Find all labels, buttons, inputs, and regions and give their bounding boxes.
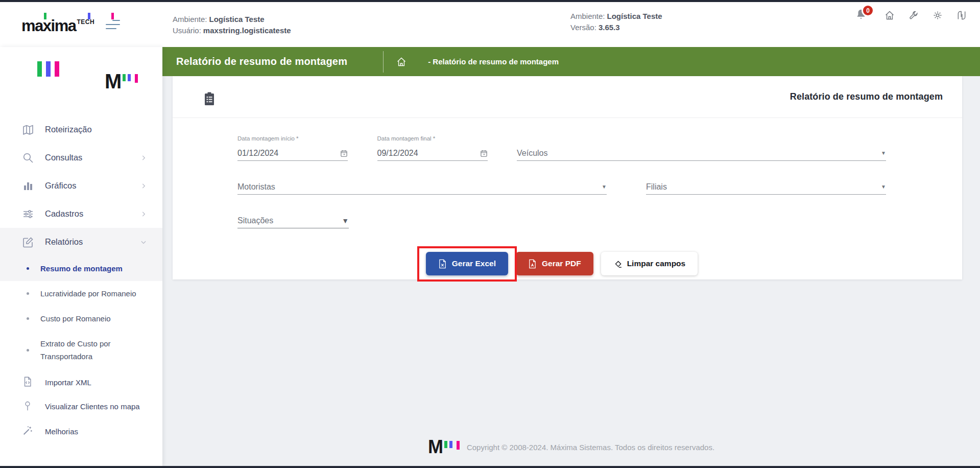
sidebar-item-label: Gráficos xyxy=(45,181,76,191)
search-icon xyxy=(22,152,34,164)
chevron-right-icon xyxy=(140,182,147,190)
bullet-icon xyxy=(27,292,29,295)
environment-version-info: Ambiente:Logística Teste Versão:3.65.3 xyxy=(570,12,662,32)
magic-wand-icon xyxy=(22,425,34,437)
sidebar-item-label: Cadastros xyxy=(45,209,83,219)
gerar-pdf-button[interactable]: Gerar PDF xyxy=(516,252,593,275)
usuario-label: Usuário: xyxy=(173,26,201,35)
topbar-icons: 0 xyxy=(855,8,967,22)
logo-text: maxima xyxy=(21,17,76,35)
sidebar-item-visualizar-clientes[interactable]: Visualizar Clientes no mapa xyxy=(0,395,162,418)
sidebar-nav: Roteirização Consultas Gráficos Cadastro… xyxy=(0,115,162,444)
logout-icon[interactable] xyxy=(957,10,967,20)
dropdown-arrow-icon[interactable]: ▼ xyxy=(881,184,886,190)
sliders-icon xyxy=(22,208,34,220)
edit-square-icon xyxy=(22,236,34,248)
filiais-placeholder[interactable]: Filiais xyxy=(646,182,881,192)
map-icon xyxy=(22,124,34,136)
sidebar-logo: M xyxy=(0,47,162,108)
dropdown-arrow-icon[interactable]: ▼ xyxy=(342,217,349,225)
date-end-field[interactable]: Data montagem final * 09/12/2024 xyxy=(377,135,488,161)
wrench-icon[interactable] xyxy=(909,10,919,20)
relatorios-group: Relatórios Resumo de montagem xyxy=(0,228,162,281)
dropdown-arrow-icon[interactable]: ▼ xyxy=(881,150,886,156)
veiculos-select[interactable]: Veículos ▼ xyxy=(517,135,886,161)
versao-label: Versão: xyxy=(570,23,596,32)
subitem-label: Lucratividade por Romaneio xyxy=(40,287,136,300)
situacoes-select[interactable]: Situações ▼ xyxy=(237,203,349,228)
breadcrumb-home-icon[interactable] xyxy=(396,57,407,67)
logo-area: maximaTECH xyxy=(0,14,162,35)
notification-badge: 0 xyxy=(862,4,874,17)
date-start-value[interactable]: 01/12/2024 xyxy=(237,149,340,158)
bullet-icon xyxy=(27,349,29,352)
bottom-edge-strip xyxy=(0,466,980,468)
gerar-excel-label: Gerar Excel xyxy=(452,259,496,268)
sidebar-item-melhorias[interactable]: Melhorias xyxy=(0,418,162,444)
subitem-label: Extrato de Custo por Transportadora xyxy=(40,337,142,363)
sidebar-item-importar-xml[interactable]: Importar XML xyxy=(0,369,162,395)
motoristas-placeholder[interactable]: Motoristas xyxy=(237,182,602,192)
sidebar-subitem-extrato-custo[interactable]: Extrato de Custo por Transportadora xyxy=(0,331,162,369)
bar-chart-icon xyxy=(22,180,34,192)
logo-bars-icon xyxy=(37,61,59,77)
sidebar-subitem-custo-romaneio[interactable]: Custo por Romaneio xyxy=(0,306,162,331)
limpar-campos-button[interactable]: Limpar campos xyxy=(601,252,698,275)
sidebar-item-label: Roteirização xyxy=(45,125,92,134)
footer-m-logo: M xyxy=(428,439,460,455)
veiculos-placeholder[interactable]: Veículos xyxy=(517,149,881,158)
maximatech-logo: maximaTECH xyxy=(21,14,94,35)
sidebar-subitem-resumo-montagem[interactable]: Resumo de montagem xyxy=(0,256,162,281)
filiais-select[interactable]: Filiais ▼ xyxy=(646,169,886,195)
calendar-icon[interactable] xyxy=(340,149,348,157)
notifications-button[interactable]: 0 xyxy=(855,8,871,22)
date-end-value[interactable]: 09/12/2024 xyxy=(377,149,480,158)
sidebar-item-label: Importar XML xyxy=(45,378,91,387)
situacoes-placeholder[interactable]: Situações xyxy=(237,216,342,225)
subitem-label: Resumo de montagem xyxy=(40,262,123,275)
usuario-value: maxstring.logisticateste xyxy=(203,26,291,35)
main-area: Relatório de resumo de montagem - Relató… xyxy=(162,47,980,466)
sidebar-item-label: Visualizar Clientes no mapa xyxy=(45,401,140,412)
m-logo: M xyxy=(105,73,138,90)
sidebar-item-cadastros[interactable]: Cadastros xyxy=(0,200,162,228)
environment-user-info: Ambiente:Logística Teste Usuário:maxstri… xyxy=(173,15,291,35)
calendar-icon[interactable] xyxy=(480,149,488,157)
date-start-field[interactable]: Data montagem início * 01/12/2024 xyxy=(237,135,348,161)
page-title: Relatório de resumo de montagem xyxy=(176,56,347,67)
chevron-right-icon xyxy=(140,210,147,218)
ambiente-label: Ambiente: xyxy=(173,15,207,24)
gerar-pdf-label: Gerar PDF xyxy=(542,259,581,268)
file-code-icon xyxy=(22,376,34,388)
logo-pink-mark xyxy=(111,13,114,19)
sidebar-item-relatorios[interactable]: Relatórios xyxy=(0,228,162,256)
app-page: maximaTECH Ambiente:Logística Teste Usuá… xyxy=(0,0,980,468)
settings-gear-icon[interactable] xyxy=(933,10,943,20)
gerar-excel-button[interactable]: Gerar Excel xyxy=(426,252,508,275)
titlebar-divider xyxy=(383,51,384,73)
chevron-down-icon xyxy=(140,239,147,246)
m-logo-letter: M xyxy=(105,73,121,90)
versao-value: 3.65.3 xyxy=(599,23,620,32)
sidebar-subitem-lucratividade[interactable]: Lucratividade por Romaneio xyxy=(0,281,162,306)
sidebar-item-roteirizacao[interactable]: Roteirização xyxy=(0,115,162,144)
ambiente2-value: Logística Teste xyxy=(607,12,662,20)
map-pin-icon xyxy=(22,401,34,413)
sidebar-item-graficos[interactable]: Gráficos xyxy=(0,172,162,200)
subitem-label: Custo por Romaneio xyxy=(40,312,111,325)
report-form-card: Relatório de resumo de montagem Data mon… xyxy=(173,76,962,279)
report-form: Data montagem início * 01/12/2024 Data m… xyxy=(173,118,962,275)
eraser-icon xyxy=(613,259,622,269)
page-title-bar: Relatório de resumo de montagem - Relató… xyxy=(162,47,980,76)
footer: M Copyright © 2008-2024. Máxima Sistemas… xyxy=(162,439,980,466)
content-area: Relatório de resumo de montagem Data mon… xyxy=(162,76,980,466)
menu-toggle-icon[interactable] xyxy=(106,20,120,29)
dropdown-arrow-icon[interactable]: ▼ xyxy=(602,184,607,190)
form-actions: Gerar Excel Gerar PDF Limpar campos xyxy=(237,252,886,275)
sidebar-item-consultas[interactable]: Consultas xyxy=(0,144,162,172)
motoristas-select[interactable]: Motoristas ▼ xyxy=(237,169,607,195)
excel-file-icon xyxy=(438,259,447,269)
bullet-icon xyxy=(27,317,29,320)
limpar-campos-label: Limpar campos xyxy=(627,259,686,268)
home-icon[interactable] xyxy=(885,10,895,20)
